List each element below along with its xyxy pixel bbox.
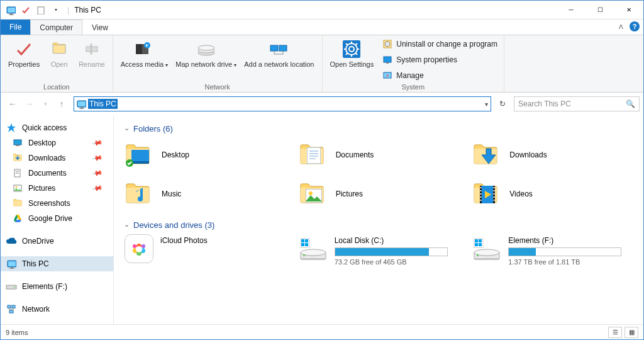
folder-documents[interactable]: Documents [298,140,460,170]
back-button[interactable]: ← [7,99,18,109]
properties-button[interactable]: Properties [4,37,43,83]
open-settings-button[interactable]: Open Settings [326,37,378,83]
drives-header[interactable]: Devices and drives (3) [124,220,633,230]
drive-free-text: 1.37 TB free of 1.81 TB [508,258,633,266]
downloads-icon [12,152,23,164]
folders-header[interactable]: Folders (6) [124,124,633,133]
folder-icon [12,198,23,209]
sidebar-item-desktop[interactable]: Desktop📌 [1,135,113,150]
recent-dropdown[interactable]: ▾ [40,101,51,107]
manage-button[interactable]: Manage [380,69,500,82]
minimize-button[interactable]: ─ [557,1,586,20]
sidebar-this-pc[interactable]: This PC [1,256,113,271]
svg-point-77 [136,246,142,252]
drive-usage-bar [508,247,621,256]
map-network-drive-button[interactable]: Map network drive ▾ [172,37,240,83]
star-icon [6,122,17,133]
sidebar-item-label: Downloads [28,154,65,162]
title-bar: ▾ | This PC ─ ☐ ✕ [1,1,643,20]
ribbon-group-network: Access media ▾ Map network drive ▾ Add a… [113,35,323,92]
drive-icloud-photos[interactable]: iCloud Photos [124,236,286,266]
folder-desktop[interactable]: Desktop [124,140,286,170]
desktop-folder-icon [124,140,154,170]
folder-pictures[interactable]: Pictures [298,179,460,209]
search-input[interactable]: Search This PC 🔍 [514,96,640,111]
sidebar-item-google-drive[interactable]: Google Drive [1,211,113,226]
open-button: Open [43,37,75,83]
close-button[interactable]: ✕ [614,1,643,20]
tab-computer[interactable]: Computer [30,20,82,35]
svg-rect-68 [494,193,495,195]
svg-rect-67 [494,190,495,191]
svg-rect-18 [279,45,287,51]
svg-rect-36 [16,145,19,146]
svg-point-75 [133,244,136,248]
ribbon-group-location: Properties Open Rename Location [1,35,113,92]
sidebar-item-documents[interactable]: Documents📌 [1,166,113,181]
qat-properties-icon[interactable] [19,4,32,16]
folder-label: Documents [336,150,374,159]
sidebar-network[interactable]: Network [1,302,113,317]
svg-rect-69 [494,196,495,198]
drive-free-text: 73.2 GB free of 465 GB [335,258,460,266]
ribbon-group-system: Open Settings Uninstall or change a prog… [323,35,504,92]
sidebar-item-label: Pictures [28,184,55,193]
sidebar-quick-access[interactable]: Quick access [1,120,113,135]
drive-label: Local Disk (C:) [335,236,460,245]
forward-button[interactable]: → [23,99,35,109]
sidebar-onedrive[interactable]: OneDrive [1,234,113,249]
drive-local-disk-c-[interactable]: Local Disk (C:)73.2 GB free of 465 GB [298,236,460,266]
access-media-button[interactable]: Access media ▾ [117,37,172,83]
window-title: This PC [70,6,557,14]
up-button[interactable]: ↑ [56,99,67,109]
svg-point-16 [198,45,214,50]
address-text: This PC [88,99,118,109]
folder-label: Desktop [162,150,189,159]
rename-button: Rename [75,37,109,83]
status-bar: 9 items ☰ ▦ [1,324,643,339]
network-icon [6,303,17,315]
address-dropdown-icon[interactable]: ▾ [485,101,488,108]
drive-elements-f-[interactable]: Elements (F:)1.37 TB free of 1.81 TB [472,236,633,266]
svg-rect-86 [475,243,478,246]
qat-dropdown-icon[interactable]: ▾ [50,4,62,16]
folder-music[interactable]: Music [124,179,286,209]
folder-downloads[interactable]: Downloads [472,140,633,170]
sidebar-item-label: Desktop [28,139,56,147]
svg-point-31 [385,42,390,47]
svg-point-43 [14,286,15,288]
svg-rect-44 [8,305,11,308]
svg-rect-33 [386,62,389,64]
drive-usage-bar [335,247,448,256]
svg-rect-45 [12,305,15,308]
add-network-location-button[interactable]: Add a network location [240,37,318,83]
svg-rect-85 [479,239,482,242]
svg-rect-11 [136,44,142,54]
uninstall-program-button[interactable]: Uninstall or change a program [380,37,500,51]
svg-rect-48 [131,161,149,164]
maximize-button[interactable]: ☐ [586,1,614,20]
collapse-ribbon-icon[interactable]: ᐱ [619,23,623,30]
folder-videos[interactable]: Videos [472,179,633,209]
refresh-button[interactable]: ↻ [495,96,510,111]
svg-rect-50 [307,147,321,164]
sidebar-item-downloads[interactable]: Downloads📌 [1,150,113,166]
sidebar-item-pictures[interactable]: Pictures📌 [1,181,113,196]
sidebar-item-screenshots[interactable]: Screenshots [1,196,113,211]
system-properties-button[interactable]: System properties [380,53,500,67]
videos-folder-icon [472,179,502,209]
qat-newfolder-icon[interactable] [35,4,47,16]
sidebar-elements[interactable]: Elements (F:) [1,279,113,294]
svg-rect-47 [131,150,149,161]
view-details-button[interactable]: ☰ [608,327,622,338]
svg-rect-35 [14,140,21,145]
svg-rect-65 [480,200,482,201]
tab-view[interactable]: View [82,20,118,35]
tab-file[interactable]: File [1,20,30,35]
help-icon[interactable]: ? [630,21,640,31]
folder-label: Downloads [509,150,547,159]
address-bar[interactable]: This PC ▾ [74,96,491,111]
app-icon [4,4,17,16]
view-icons-button[interactable]: ▦ [625,327,638,338]
drive-icon [298,236,328,261]
